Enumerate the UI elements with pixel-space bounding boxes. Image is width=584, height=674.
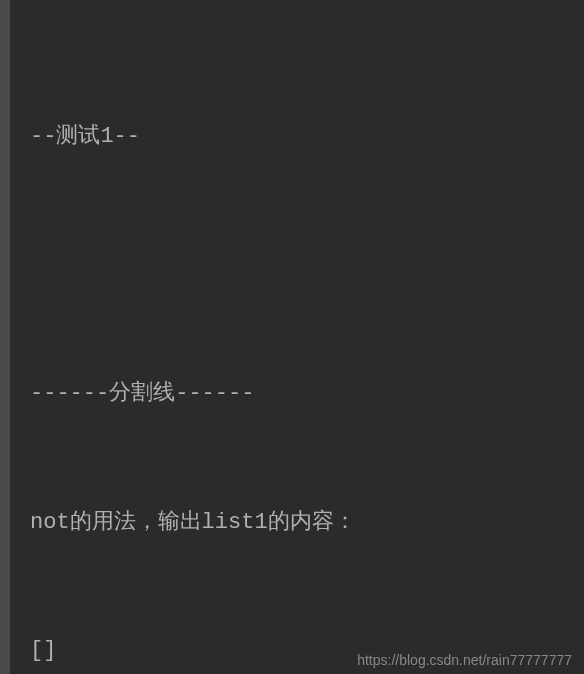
console-line: --测试1--	[30, 116, 564, 159]
console-output: --测试1-- ------分割线------ not的用法，输出list1的内…	[0, 0, 584, 674]
watermark-text: https://blog.csdn.net/rain77777777	[357, 652, 572, 668]
console-line: ------分割线------	[30, 373, 564, 416]
scrollbar[interactable]	[0, 0, 10, 674]
console-line	[30, 244, 564, 287]
console-line: not的用法，输出list1的内容：	[30, 502, 564, 545]
